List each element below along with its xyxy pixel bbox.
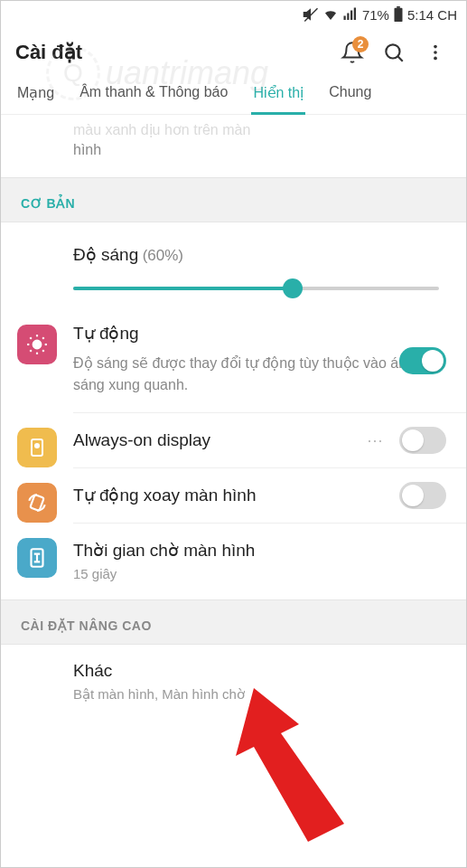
tabs: Mạng Âm thanh & Thông báo Hiển thị Chung xyxy=(1,73,466,115)
svg-rect-2 xyxy=(347,14,349,21)
aod-icon xyxy=(17,428,57,467)
timeout-sub: 15 giây xyxy=(73,564,446,583)
svg-point-12 xyxy=(33,340,42,348)
notifications-button[interactable]: 2 xyxy=(336,41,369,64)
svg-line-20 xyxy=(42,337,44,339)
battery-text: 71% xyxy=(362,7,389,23)
svg-point-22 xyxy=(35,444,39,448)
svg-line-16 xyxy=(42,350,44,352)
tab-general[interactable]: Chung xyxy=(327,73,373,114)
section-advanced: CÀI ĐẶT NÂNG CAO xyxy=(1,599,466,645)
auto-brightness-toggle[interactable] xyxy=(399,347,446,374)
auto-desc: Độ sáng sẽ được thay đổi tự động tùy thu… xyxy=(73,353,446,396)
svg-point-7 xyxy=(386,44,399,58)
brightness-percent: (60%) xyxy=(143,247,183,264)
svg-rect-1 xyxy=(343,16,345,21)
rotate-icon xyxy=(17,483,57,523)
clock-text: 5:14 CH xyxy=(407,7,457,23)
search-button[interactable] xyxy=(378,41,410,64)
slider-thumb[interactable] xyxy=(283,278,303,298)
wifi-icon xyxy=(322,6,339,23)
other-title: Khác xyxy=(73,661,446,681)
tab-sound[interactable]: Âm thanh & Thông báo xyxy=(78,73,229,114)
svg-line-15 xyxy=(30,337,32,339)
mute-icon xyxy=(303,6,319,23)
tab-network[interactable]: Mạng xyxy=(15,73,56,114)
tab-display[interactable]: Hiển thị xyxy=(251,73,305,114)
brightness-icon xyxy=(17,325,57,364)
svg-line-8 xyxy=(397,56,402,61)
svg-rect-5 xyxy=(397,6,400,8)
svg-line-19 xyxy=(30,350,32,352)
auto-brightness-row[interactable]: Tự động Độ sáng sẽ được thay đổi tự động… xyxy=(1,310,466,412)
section-basic: CƠ BẢN xyxy=(1,177,466,222)
page-title: Cài đặt xyxy=(15,41,327,64)
header: Cài đặt 2 xyxy=(1,28,466,73)
other-sub: Bật màn hình, Màn hình chờ xyxy=(73,684,446,703)
brightness-slider[interactable] xyxy=(1,270,466,310)
partial-item-text: màu xanh dịu hơn trên màn hình xyxy=(1,115,466,177)
svg-point-11 xyxy=(434,57,437,61)
aod-title: Always-on display xyxy=(73,430,446,450)
svg-rect-6 xyxy=(394,8,402,22)
brightness-row: Độ sáng (60%) xyxy=(1,222,466,270)
signal-icon xyxy=(342,6,359,23)
aod-row[interactable]: Always-on display ⋯ xyxy=(1,413,466,467)
brightness-label: Độ sáng xyxy=(73,245,138,264)
svg-point-10 xyxy=(434,51,437,54)
timeout-row[interactable]: Thời gian chờ màn hình 15 giây xyxy=(1,524,466,599)
timeout-title: Thời gian chờ màn hình xyxy=(73,540,446,561)
notification-badge: 2 xyxy=(352,36,369,52)
timeout-icon xyxy=(17,538,57,578)
svg-rect-3 xyxy=(350,11,352,21)
svg-rect-4 xyxy=(354,8,356,21)
overflow-menu-button[interactable] xyxy=(419,42,452,62)
content: màu xanh dịu hơn trên màn hình CƠ BẢN Độ… xyxy=(1,115,466,720)
svg-point-9 xyxy=(434,45,437,49)
auto-title: Tự động xyxy=(73,323,446,344)
rotate-toggle[interactable] xyxy=(399,482,446,509)
rotate-title: Tự động xoay màn hình xyxy=(73,485,446,505)
rotate-row[interactable]: Tự động xoay màn hình xyxy=(1,468,466,523)
status-bar: 71% 5:14 CH xyxy=(1,1,466,28)
aod-toggle[interactable] xyxy=(399,427,446,454)
battery-icon xyxy=(393,6,404,23)
other-row[interactable]: Khác Bật màn hình, Màn hình chờ xyxy=(1,645,466,720)
aod-more-icon[interactable]: ⋯ xyxy=(367,430,385,450)
